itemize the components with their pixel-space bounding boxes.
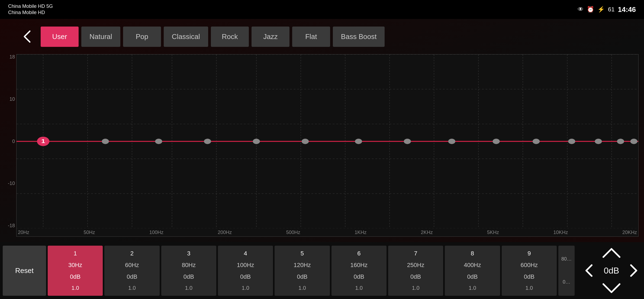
y-label-18: 18	[3, 54, 15, 60]
svg-text:1: 1	[41, 138, 45, 144]
band-10-db-partial: 0…	[563, 279, 570, 285]
band-7-num: 7	[414, 250, 417, 257]
eq-dot-11[interactable]	[533, 139, 540, 144]
eq-dot-8[interactable]	[404, 139, 411, 144]
carrier1: China Mobile HD 5G	[8, 3, 53, 9]
band-5-db: 0dB	[297, 273, 307, 280]
status-bar: China Mobile HD 5G China Mobile HD 👁 ⏰ ⚡…	[0, 0, 644, 19]
band-9-q: 1.0	[525, 285, 533, 291]
eq-dot-3[interactable]	[155, 139, 162, 144]
bluetooth-icon: ⚡	[597, 6, 605, 13]
eq-dot-14[interactable]	[617, 139, 624, 144]
band-4-db: 0dB	[240, 273, 251, 280]
y-label-10: 10	[3, 96, 15, 102]
carrier2: China Mobile HD	[8, 9, 53, 16]
band-7-freq: 250Hz	[407, 262, 424, 269]
adj-right-button[interactable]	[626, 263, 641, 278]
x-label-100hz: 100Hz	[149, 230, 163, 235]
y-label-n10: -10	[3, 181, 15, 186]
band-4-q: 1.0	[242, 285, 249, 291]
x-label-2khz: 2KHz	[421, 230, 433, 235]
eq-dot-5[interactable]	[253, 139, 260, 144]
band-3-num: 3	[187, 250, 190, 257]
preset-tab-jazz[interactable]: Jazz	[252, 27, 289, 47]
eye-icon: 👁	[578, 6, 584, 13]
status-right: 👁 ⏰ ⚡ 61 14:46	[578, 5, 636, 14]
y-axis-labels: 18 10 0 -10 -18	[3, 54, 15, 229]
x-label-200hz: 200Hz	[218, 230, 232, 235]
band-cell-7[interactable]: 7 250Hz 0dB 1.0	[388, 246, 443, 296]
band-cell-4[interactable]: 4 100Hz 0dB 1.0	[218, 246, 273, 296]
eq-dot-12[interactable]	[568, 139, 575, 144]
band-cell-6[interactable]: 6 160Hz 0dB 1.0	[331, 246, 387, 296]
band-2-db: 0dB	[127, 273, 137, 280]
band-6-freq: 160Hz	[350, 262, 368, 269]
adj-left-button[interactable]	[582, 263, 597, 278]
band-6-num: 6	[357, 250, 360, 257]
eq-dot-4[interactable]	[204, 139, 211, 144]
band-9-freq: 600Hz	[520, 262, 538, 269]
band-7-q: 1.0	[412, 285, 420, 291]
band-4-num: 4	[244, 250, 247, 257]
band-cell-8[interactable]: 8 400Hz 0dB 1.0	[445, 246, 500, 296]
band-cell-10-partial[interactable]: 80… 0…	[558, 246, 575, 296]
x-label-1khz: 1KHz	[355, 230, 366, 235]
preset-tab-user[interactable]: User	[41, 27, 79, 47]
band-1-num: 1	[74, 250, 77, 257]
eq-dot-13[interactable]	[595, 139, 602, 144]
x-axis-labels: 20Hz 50Hz 100Hz 200Hz 500Hz 1KHz 2KHz 5K…	[17, 228, 638, 236]
band-2-num: 2	[130, 250, 134, 257]
band-2-q: 1.0	[128, 285, 136, 291]
eq-dot-2[interactable]	[102, 139, 109, 144]
band-6-db: 0dB	[354, 273, 364, 280]
x-label-500hz: 500Hz	[286, 230, 300, 235]
band-8-freq: 400Hz	[464, 262, 481, 269]
adj-down-button[interactable]	[598, 281, 625, 296]
band-cell-1[interactable]: 1 30Hz 0dB 1.0	[48, 246, 103, 296]
adj-up-button[interactable]	[598, 246, 625, 261]
app-container: User Natural Pop Classical Rock Jazz Fla…	[0, 19, 644, 299]
adj-middle-row: 0dB	[582, 263, 641, 278]
band-cell-2[interactable]: 2 60Hz 0dB 1.0	[104, 246, 159, 296]
band-3-q: 1.0	[185, 285, 192, 291]
eq-dot-7[interactable]	[355, 139, 362, 144]
band-8-db: 0dB	[467, 273, 478, 280]
eq-dot-9[interactable]	[448, 139, 455, 144]
x-label-20hz: 20Hz	[18, 230, 29, 235]
value-adjuster: 0dB	[582, 246, 641, 296]
battery-level: 61	[608, 6, 614, 13]
eq-dot-15[interactable]	[630, 139, 637, 144]
preset-tab-natural[interactable]: Natural	[81, 27, 120, 47]
band-9-num: 9	[527, 250, 531, 257]
x-label-50hz: 50Hz	[83, 230, 95, 235]
chart-svg: 1	[17, 54, 638, 228]
band-1-db: 0dB	[70, 273, 80, 280]
preset-tab-classical[interactable]: Classical	[164, 27, 208, 47]
preset-tab-bassboost[interactable]: Bass Boost	[333, 27, 385, 47]
preset-tab-rock[interactable]: Rock	[211, 27, 249, 47]
band-8-num: 8	[471, 250, 474, 257]
band-3-db: 0dB	[183, 273, 194, 280]
band-cell-9[interactable]: 9 600Hz 0dB 1.0	[502, 246, 557, 296]
band-5-q: 1.0	[298, 285, 306, 291]
band-7-db: 0dB	[410, 273, 421, 280]
alarm-icon: ⏰	[587, 6, 594, 13]
preset-tab-flat[interactable]: Flat	[292, 27, 330, 47]
preset-row: User Natural Pop Classical Rock Jazz Fla…	[16, 24, 639, 49]
eq-dot-10[interactable]	[493, 139, 500, 144]
reset-button[interactable]: Reset	[3, 246, 46, 296]
eq-dot-6[interactable]	[302, 139, 309, 144]
band-1-q: 1.0	[72, 285, 79, 291]
status-time: 14:46	[618, 5, 636, 14]
band-cell-3[interactable]: 3 80Hz 0dB 1.0	[161, 246, 216, 296]
eq-chart[interactable]: 1 20Hz 50Hz 100Hz 2	[16, 54, 639, 237]
preset-tab-pop[interactable]: Pop	[123, 27, 161, 47]
x-label-10khz: 10KHz	[553, 230, 568, 235]
back-button[interactable]	[16, 27, 38, 46]
adj-current-value: 0dB	[601, 266, 622, 276]
band-cell-5[interactable]: 5 120Hz 0dB 1.0	[275, 246, 330, 296]
y-label-n18: -18	[3, 223, 15, 229]
band-5-freq: 120Hz	[294, 262, 311, 269]
band-6-q: 1.0	[355, 285, 363, 291]
band-4-freq: 100Hz	[237, 262, 254, 269]
